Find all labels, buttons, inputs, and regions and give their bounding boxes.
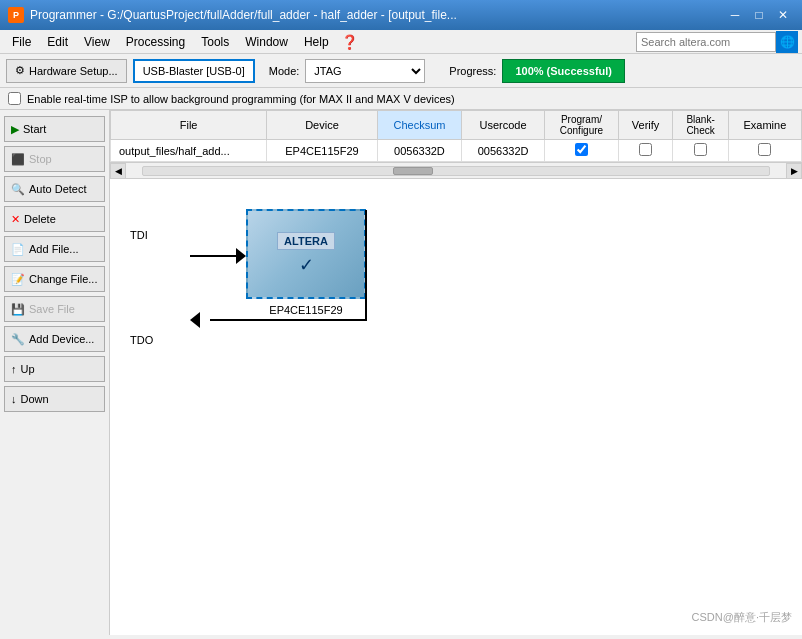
sidebar: ▶ Start ⬛ Stop 🔍 Auto Detect ✕ Delete 📄 …	[0, 110, 110, 635]
auto-detect-icon: 🔍	[11, 183, 25, 196]
menu-bar: File Edit View Processing Tools Window H…	[0, 30, 802, 54]
scroll-right-button[interactable]: ▶	[786, 163, 802, 179]
col-examine: Examine	[728, 111, 801, 140]
horizontal-scrollbar[interactable]: ◀ ▶	[110, 163, 802, 179]
menu-tools[interactable]: Tools	[193, 33, 237, 51]
menu-help[interactable]: Help	[296, 33, 337, 51]
stop-icon: ⬛	[11, 153, 25, 166]
blank-check-checkbox[interactable]	[694, 143, 707, 156]
title-bar: P Programmer - G:/QuartusProject/fullAdd…	[0, 0, 802, 30]
scroll-thumb[interactable]	[393, 167, 433, 175]
usb-blaster-label: USB-Blaster [USB-0]	[143, 65, 245, 77]
up-label: Up	[21, 363, 35, 375]
usb-blaster-button[interactable]: USB-Blaster [USB-0]	[133, 59, 255, 83]
save-file-button[interactable]: 💾 Save File	[4, 296, 105, 322]
tdi-arrow-line	[190, 255, 240, 257]
table-container[interactable]: File Device Checksum Usercode Program/Co…	[110, 110, 802, 163]
menu-processing[interactable]: Processing	[118, 33, 193, 51]
change-file-icon: 📝	[11, 273, 25, 286]
maximize-button[interactable]: □	[748, 5, 770, 25]
chip-label: EP4CE115F29	[246, 304, 366, 316]
bottom-horizontal-line	[210, 319, 367, 321]
delete-label: Delete	[24, 213, 56, 225]
add-device-icon: 🔧	[11, 333, 25, 346]
stop-button[interactable]: ⬛ Stop	[4, 146, 105, 172]
cell-device: EP4CE115F29	[267, 140, 378, 162]
save-file-icon: 💾	[11, 303, 25, 316]
menu-edit[interactable]: Edit	[39, 33, 76, 51]
start-label: Start	[23, 123, 46, 135]
tdi-arrowhead	[236, 248, 246, 264]
scroll-left-button[interactable]: ◀	[110, 163, 126, 179]
examine-checkbox[interactable]	[758, 143, 771, 156]
start-icon: ▶	[11, 123, 19, 136]
col-verify: Verify	[618, 111, 672, 140]
col-program: Program/Configure	[545, 111, 619, 140]
isp-label: Enable real-time ISP to allow background…	[27, 93, 455, 105]
auto-detect-label: Auto Detect	[29, 183, 86, 195]
app-icon: P	[8, 7, 24, 23]
menu-view[interactable]: View	[76, 33, 118, 51]
add-device-button[interactable]: 🔧 Add Device...	[4, 326, 105, 352]
toolbar: ⚙ Hardware Setup... USB-Blaster [USB-0] …	[0, 54, 802, 88]
col-file: File	[111, 111, 267, 140]
cell-blank-check	[673, 140, 728, 162]
col-usercode: Usercode	[462, 111, 545, 140]
auto-detect-button[interactable]: 🔍 Auto Detect	[4, 176, 105, 202]
fpga-chip: ALTERA ✓	[246, 209, 366, 299]
globe-icon[interactable]: 🌐	[776, 31, 798, 53]
col-blank-check: Blank-Check	[673, 111, 728, 140]
diagram-area: TDI ALTERA ✓ EP4CE115F29 TDO CSDN@醉意·千层梦	[110, 179, 802, 635]
delete-button[interactable]: ✕ Delete	[4, 206, 105, 232]
col-device: Device	[267, 111, 378, 140]
progress-button: 100% (Successful)	[502, 59, 625, 83]
search-input[interactable]	[636, 32, 776, 52]
right-panel: File Device Checksum Usercode Program/Co…	[110, 110, 802, 635]
program-checkbox[interactable]	[575, 143, 588, 156]
main-content: ▶ Start ⬛ Stop 🔍 Auto Detect ✕ Delete 📄 …	[0, 110, 802, 635]
cell-program	[545, 140, 619, 162]
mode-label: Mode:	[269, 65, 300, 77]
right-vertical-line	[365, 210, 367, 320]
altera-logo: ALTERA	[277, 232, 335, 250]
delete-icon: ✕	[11, 213, 20, 226]
tdo-arrowhead	[190, 312, 200, 328]
add-file-icon: 📄	[11, 243, 25, 256]
start-button[interactable]: ▶ Start	[4, 116, 105, 142]
isp-checkbox[interactable]	[8, 92, 21, 105]
mode-select[interactable]: JTAG Active Serial Passive Serial	[305, 59, 425, 83]
change-file-label: Change File...	[29, 273, 97, 285]
watermark: CSDN@醉意·千层梦	[692, 610, 792, 625]
down-icon: ↓	[11, 393, 17, 405]
stop-label: Stop	[29, 153, 52, 165]
up-button[interactable]: ↑ Up	[4, 356, 105, 382]
verify-checkbox[interactable]	[639, 143, 652, 156]
up-icon: ↑	[11, 363, 17, 375]
tdi-label: TDI	[130, 229, 148, 241]
window-controls: ─ □ ✕	[724, 5, 794, 25]
scroll-track	[142, 166, 770, 176]
menu-window[interactable]: Window	[237, 33, 296, 51]
change-file-button[interactable]: 📝 Change File...	[4, 266, 105, 292]
progress-value: 100% (Successful)	[515, 65, 612, 77]
menu-file[interactable]: File	[4, 33, 39, 51]
hardware-setup-button[interactable]: ⚙ Hardware Setup...	[6, 59, 127, 83]
close-button[interactable]: ✕	[772, 5, 794, 25]
cell-examine	[728, 140, 801, 162]
progress-label: Progress:	[449, 65, 496, 77]
programmer-table: File Device Checksum Usercode Program/Co…	[110, 110, 802, 162]
down-button[interactable]: ↓ Down	[4, 386, 105, 412]
down-label: Down	[21, 393, 49, 405]
isp-row: Enable real-time ISP to allow background…	[0, 88, 802, 110]
minimize-button[interactable]: ─	[724, 5, 746, 25]
add-device-label: Add Device...	[29, 333, 94, 345]
cell-usercode: 0056332D	[462, 140, 545, 162]
save-file-label: Save File	[29, 303, 75, 315]
add-file-button[interactable]: 📄 Add File...	[4, 236, 105, 262]
hardware-setup-label: Hardware Setup...	[29, 65, 118, 77]
table-row: output_files/half_add... EP4CE115F29 005…	[111, 140, 802, 162]
check-mark-icon: ✓	[299, 254, 314, 276]
cell-verify	[618, 140, 672, 162]
add-file-label: Add File...	[29, 243, 79, 255]
tdo-label: TDO	[130, 334, 153, 346]
